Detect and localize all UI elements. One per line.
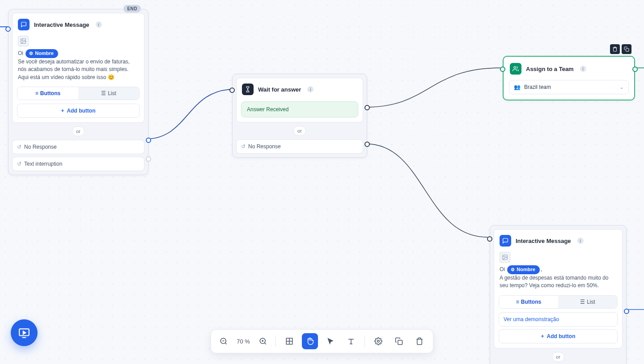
zoom-in-button[interactable] (256, 333, 270, 349)
or-label: or (293, 126, 306, 136)
port-in[interactable] (500, 67, 505, 72)
branch-text-interruption[interactable]: ↺ Text interruption (12, 157, 144, 171)
buttons-list-toggle[interactable]: ≡Buttons ☰List (17, 87, 140, 100)
port-out-text-interruption[interactable] (146, 156, 151, 162)
duplicate-node-button[interactable] (622, 44, 631, 54)
grid-toggle-button[interactable] (281, 333, 297, 349)
svg-line-11 (264, 343, 266, 344)
variable-chip-nombre[interactable]: Nombre (507, 265, 540, 274)
branch-no-response[interactable]: ↺ No Response (236, 139, 363, 154)
separator (275, 335, 276, 347)
node-action-tray (610, 44, 631, 54)
node-wait-for-answer[interactable]: Wait for answer i Answer Received or ↺ N… (232, 74, 367, 158)
canvas-toolbar: 70 % (211, 329, 433, 353)
node-title: Interactive Message (516, 238, 571, 244)
node-interactive-message-1[interactable]: END Interactive Message i Oi Nombre Se v… (8, 9, 148, 175)
demo-button[interactable]: Ver uma demonstração (499, 312, 618, 326)
separator (364, 335, 365, 347)
settings-button[interactable] (370, 333, 386, 349)
svg-point-5 (504, 256, 504, 257)
svg-point-17 (377, 340, 380, 343)
port-out-no-response[interactable] (364, 142, 370, 147)
zoom-out-button[interactable] (216, 333, 231, 349)
message-body[interactable]: Oi Nombre Se você deseja automatizar o e… (17, 49, 140, 85)
info-icon[interactable]: i (307, 86, 314, 92)
port-out-answer-received[interactable] (364, 105, 370, 110)
info-icon[interactable]: i (96, 21, 102, 28)
text-tool-button[interactable] (343, 333, 359, 349)
chevron-down-icon: ⌄ (619, 84, 624, 90)
node-title: Assign to a Team (526, 66, 574, 72)
port-in[interactable] (5, 26, 11, 32)
flow-canvas[interactable]: END Interactive Message i Oi Nombre Se v… (0, 0, 644, 364)
toggle-list[interactable]: ☰List (558, 296, 617, 308)
svg-rect-2 (626, 49, 629, 52)
node-title: Interactive Message (34, 21, 89, 28)
svg-rect-18 (398, 340, 402, 345)
branch-no-response[interactable]: ↺ No Response (12, 140, 144, 154)
variable-chip-nombre[interactable]: Nombre (25, 49, 58, 58)
team-icon (510, 63, 521, 75)
preview-fab[interactable] (11, 319, 38, 346)
svg-line-8 (225, 343, 226, 344)
plus-icon: + (541, 333, 544, 339)
media-thumbnail[interactable] (18, 36, 29, 46)
port-in[interactable] (229, 88, 235, 93)
toggle-buttons[interactable]: ≡Buttons (499, 296, 558, 308)
port-out-no-response[interactable] (146, 138, 151, 143)
redo-icon: ↺ (17, 144, 21, 150)
chat-icon (500, 235, 511, 247)
toggle-buttons[interactable]: ≡Buttons (17, 87, 78, 100)
node-assign-to-team[interactable]: Assign to a Team i 👥 Brazil team ⌄ (503, 56, 635, 100)
info-icon[interactable]: i (577, 238, 584, 244)
toggle-list[interactable]: ☰List (78, 87, 139, 100)
team-select[interactable]: 👥 Brazil team ⌄ (509, 80, 629, 94)
copy-button[interactable] (391, 333, 407, 349)
redo-icon: ↺ (241, 143, 246, 150)
hourglass-icon (242, 84, 254, 95)
chat-icon (18, 19, 30, 30)
zoom-level: 70 % (232, 338, 255, 345)
node-title: Wait for answer (258, 86, 301, 93)
add-button[interactable]: + Add button (17, 104, 140, 118)
or-label: or (552, 352, 564, 362)
plus-icon: + (61, 108, 64, 114)
port-out[interactable] (632, 67, 638, 72)
users-icon: 👥 (514, 84, 521, 90)
pan-tool-button[interactable] (302, 333, 318, 349)
message-body[interactable]: Oi Nombre, A gestão de despesas está tom… (499, 265, 618, 293)
redo-icon: ↺ (17, 161, 21, 167)
add-button[interactable]: + Add button (499, 329, 618, 343)
buttons-list-toggle[interactable]: ≡Buttons ☰List (499, 295, 618, 309)
media-thumbnail[interactable] (500, 252, 510, 263)
badge-end: END (123, 5, 141, 13)
port-in[interactable] (487, 236, 492, 242)
branch-answer-received[interactable]: Answer Received (241, 101, 358, 117)
select-tool-button[interactable] (322, 333, 339, 349)
delete-button[interactable] (411, 333, 428, 349)
delete-node-button[interactable] (610, 44, 620, 54)
or-label: or (72, 126, 85, 136)
svg-point-3 (514, 67, 516, 69)
info-icon[interactable]: i (580, 66, 586, 72)
svg-point-1 (22, 40, 23, 41)
node-interactive-message-2[interactable]: Interactive Message i Oi Nombre, A gestã… (490, 225, 627, 364)
port-out-demo[interactable] (624, 309, 629, 314)
